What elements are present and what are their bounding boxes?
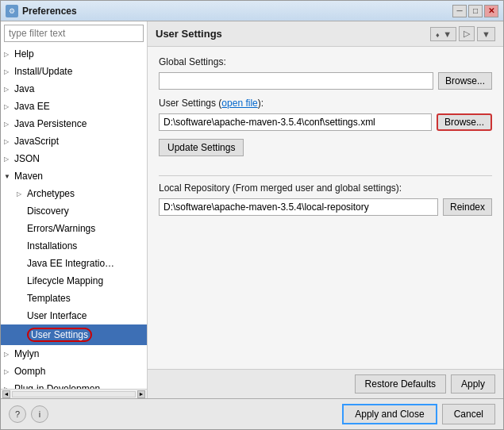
filter-input[interactable] [4, 25, 144, 42]
sidebar-item-label: Java EE Integratio… [27, 258, 114, 269]
sidebar-item-label: Java [14, 83, 34, 94]
sidebar-item-discovery[interactable]: Discovery [1, 202, 147, 220]
sidebar-item-label: JavaScript [14, 136, 59, 147]
arrow-icon: ▷ [4, 155, 12, 163]
arrow-icon: ▷ [4, 103, 12, 110]
global-settings-row: Browse... [159, 72, 492, 90]
sidebar-item-user-interface[interactable]: User Interface [1, 307, 147, 324]
user-settings-label-text2: ): [258, 98, 264, 109]
sidebar-item-label: Archetypes [27, 188, 75, 199]
scroll-right-button[interactable]: ► [137, 390, 145, 398]
content-area: ▷ Help ▷ Install/Update ▷ Java [1, 21, 503, 398]
scroll-track[interactable] [12, 391, 136, 397]
main-content: Global Settings: Browse... User Settings… [148, 47, 503, 369]
sidebar-item-label: Java Persistence [14, 118, 87, 129]
navigation-buttons: ⬧ ▼ ▷ ▼ [430, 26, 495, 41]
arrow-icon: ▷ [4, 51, 12, 58]
help-button[interactable]: ? [9, 405, 26, 423]
sidebar-item-label: Errors/Warnings [27, 223, 95, 234]
dialog-footer-right: Apply and Close Cancel [342, 404, 495, 424]
open-file-link[interactable]: open file [221, 98, 257, 109]
info-button[interactable]: i [31, 405, 48, 423]
arrow-icon: ▷ [4, 121, 12, 128]
sidebar-item-label: Java EE [14, 101, 50, 112]
user-browse-button[interactable]: Browse... [437, 113, 492, 131]
reindex-button[interactable]: Reindex [443, 198, 492, 216]
sidebar-item-help[interactable]: ▷ Help [1, 45, 147, 63]
apply-and-close-button[interactable]: Apply and Close [342, 404, 437, 424]
update-settings-button[interactable]: Update Settings [159, 139, 244, 156]
sidebar-item-label: Maven [14, 171, 43, 182]
sidebar-item-java-ee-integration[interactable]: Java EE Integratio… [1, 255, 147, 272]
local-repo-label: Local Repository (From merged user and g… [159, 182, 492, 194]
local-repo-input[interactable] [159, 198, 438, 216]
apply-button[interactable]: Apply [451, 374, 495, 394]
preferences-dialog: ⚙ Preferences ─ □ ✕ ▷ Help [0, 0, 504, 430]
sidebar-item-label: User Settings [27, 328, 92, 342]
main-footer: Restore Defaults Apply [148, 369, 503, 398]
global-browse-button[interactable]: Browse... [438, 72, 492, 90]
forward-button[interactable]: ▷ [459, 26, 475, 41]
global-settings-input[interactable] [159, 72, 433, 90]
sidebar-item-mylyn[interactable]: ▷ Mylyn [1, 345, 147, 363]
title-bar: ⚙ Preferences ─ □ ✕ [1, 1, 503, 21]
main-header: User Settings ⬧ ▼ ▷ ▼ [148, 21, 503, 47]
sidebar-horizontal-scrollbar[interactable]: ◄ ► [1, 389, 147, 398]
sidebar-item-javascript[interactable]: ▷ JavaScript [1, 132, 147, 150]
sidebar-item-errors-warnings[interactable]: Errors/Warnings [1, 220, 147, 237]
sidebar-item-java[interactable]: ▷ Java [1, 80, 147, 98]
sidebar-item-label: Installations [27, 240, 77, 251]
local-repo-row: Reindex [159, 198, 492, 216]
sidebar-item-label: Plug-in Developmen… [14, 383, 110, 389]
sidebar-item-templates[interactable]: Templates [1, 290, 147, 307]
scroll-left-button[interactable]: ◄ [2, 390, 10, 398]
user-settings-label-text: User Settings ( [159, 98, 221, 109]
global-settings-label: Global Settings: [159, 56, 492, 67]
tree-container: ▷ Help ▷ Install/Update ▷ Java [1, 45, 147, 389]
sidebar-item-label: Help [14, 48, 34, 60]
sidebar-item-label: Mylyn [14, 348, 39, 359]
sidebar-item-label: Install/Update [14, 66, 72, 77]
user-settings-input[interactable] [159, 113, 432, 131]
sidebar-item-maven[interactable]: ▼ Maven [1, 167, 147, 185]
dialog-footer: ? i Apply and Close Cancel [1, 398, 503, 429]
sidebar-item-label: Oomph [14, 366, 45, 377]
panel-title: User Settings [156, 28, 222, 40]
sidebar-item-label: Discovery [27, 205, 69, 217]
restore-defaults-button[interactable]: Restore Defaults [355, 374, 446, 394]
user-settings-row: Browse... [159, 113, 492, 131]
arrow-icon: ▼ [4, 173, 12, 180]
sidebar-item-json[interactable]: ▷ JSON [1, 150, 147, 167]
sidebar-item-lifecycle-mapping[interactable]: Lifecycle Mapping [1, 272, 147, 290]
arrow-icon: ▷ [4, 351, 12, 358]
close-button[interactable]: ✕ [484, 5, 498, 17]
nav-dropdown-button[interactable]: ▼ [477, 27, 495, 41]
sidebar-item-oomph[interactable]: ▷ Oomph [1, 363, 147, 380]
sidebar-item-label: Lifecycle Mapping [27, 275, 103, 286]
title-buttons: ─ □ ✕ [452, 5, 498, 17]
arrow-icon: ▷ [4, 86, 12, 93]
separator [159, 175, 492, 176]
window-title: Preferences [22, 6, 77, 17]
sidebar-item-archetypes[interactable]: ▷ Archetypes [1, 185, 147, 202]
sidebar-item-label: JSON [14, 153, 40, 164]
arrow-icon: ▷ [4, 138, 12, 145]
user-settings-label: User Settings (open file): [159, 98, 492, 109]
back-button[interactable]: ⬧ ▼ [430, 27, 456, 41]
sidebar-item-java-persistence[interactable]: ▷ Java Persistence [1, 115, 147, 132]
sidebar-item-java-ee[interactable]: ▷ Java EE [1, 98, 147, 115]
help-icon: ? [15, 409, 20, 419]
sidebar-item-plugin-development[interactable]: ▷ Plug-in Developmen… [1, 380, 147, 389]
arrow-icon: ▷ [4, 68, 12, 75]
sidebar-item-install-update[interactable]: ▷ Install/Update [1, 63, 147, 80]
maximize-button[interactable]: □ [468, 5, 483, 17]
sidebar: ▷ Help ▷ Install/Update ▷ Java [1, 21, 148, 398]
sidebar-item-label: Templates [27, 293, 71, 304]
minimize-button[interactable]: ─ [452, 5, 467, 17]
arrow-icon: ▷ [4, 368, 12, 375]
info-icon: i [39, 409, 40, 419]
sidebar-item-user-settings[interactable]: User Settings [1, 324, 147, 345]
sidebar-item-installations[interactable]: Installations [1, 237, 147, 255]
arrow-icon: ▷ [17, 190, 25, 198]
cancel-button[interactable]: Cancel [442, 404, 495, 424]
